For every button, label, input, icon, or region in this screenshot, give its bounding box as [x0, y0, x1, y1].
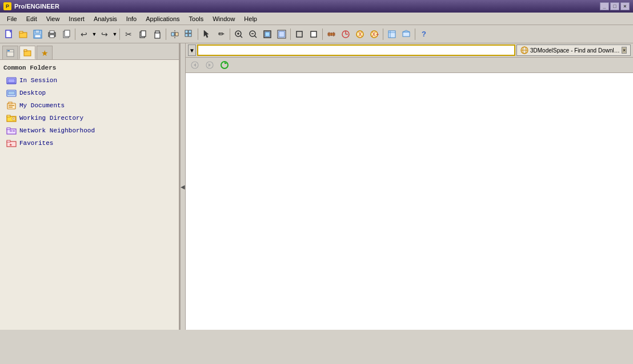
separator-5: [230, 29, 230, 40]
browser-tab-3dmodelspace[interactable]: 3DModelSpace - Find and Download CAD Mod…: [516, 45, 631, 56]
svg-marker-84: [209, 63, 211, 67]
refresh-button[interactable]: [218, 59, 231, 71]
url-dropdown[interactable]: ▼: [188, 45, 196, 56]
svg-rect-18: [185, 30, 188, 33]
back-button[interactable]: [188, 59, 202, 71]
analysis-btn1[interactable]: [324, 27, 338, 41]
redo-dropdown[interactable]: ▼: [112, 27, 118, 41]
sketch-button[interactable]: ✏: [214, 27, 228, 41]
separator-2: [119, 29, 120, 40]
left-panel: ★ Common Folders In Session Desktop: [0, 43, 180, 330]
menu-insert[interactable]: Insert: [64, 14, 89, 23]
separator-3: [166, 29, 166, 40]
redo-button[interactable]: ↪: [98, 27, 111, 41]
in-session-item[interactable]: In Session: [3, 75, 175, 86]
menu-window[interactable]: Window: [208, 14, 239, 23]
working-directory-icon: [6, 114, 17, 123]
maximize-button[interactable]: □: [610, 2, 619, 10]
desktop-item[interactable]: Desktop: [3, 87, 175, 99]
folder-tab[interactable]: [19, 46, 35, 59]
close-button[interactable]: ×: [620, 2, 630, 10]
menu-info[interactable]: Info: [122, 14, 141, 23]
svg-rect-74: [13, 130, 15, 132]
svg-marker-22: [204, 30, 209, 38]
svg-rect-63: [9, 102, 12, 104]
panel-collapse-handle[interactable]: ◀: [180, 43, 186, 330]
svg-rect-67: [7, 115, 10, 117]
svg-rect-14: [155, 31, 159, 33]
menu-applications[interactable]: Applications: [141, 14, 184, 23]
svg-rect-54: [7, 50, 10, 51]
menu-file[interactable]: File: [2, 14, 22, 23]
browser-nav: [186, 58, 633, 73]
paste-button[interactable]: [150, 27, 164, 41]
hidden-line-button[interactable]: [307, 27, 320, 41]
menu-edit[interactable]: Edit: [22, 14, 42, 23]
forward-button[interactable]: [203, 59, 217, 71]
analysis-btn4[interactable]: X+: [367, 27, 381, 41]
copy-button[interactable]: [136, 27, 150, 41]
network-neighborhood-icon: [6, 126, 17, 135]
undo-button[interactable]: ↩: [77, 27, 91, 41]
svg-rect-19: [189, 30, 191, 33]
favorites-tab[interactable]: ★: [37, 46, 53, 59]
favorites-item[interactable]: ★ Favorites: [3, 137, 175, 149]
minimize-button[interactable]: _: [600, 2, 609, 10]
analysis-btn2[interactable]: [339, 27, 352, 41]
svg-rect-47: [388, 31, 395, 38]
nav-tab[interactable]: [2, 46, 18, 59]
panel-content: Common Folders In Session Desktop My Doc…: [0, 60, 179, 330]
copy-display-button[interactable]: [59, 27, 73, 41]
new-button[interactable]: [2, 27, 16, 41]
my-documents-icon: [6, 101, 17, 110]
svg-marker-51: [403, 30, 410, 32]
analysis-btn3[interactable]: X: [353, 27, 367, 41]
zoom-out-button[interactable]: [246, 27, 260, 41]
zoom-in-button[interactable]: [232, 27, 246, 41]
window-controls[interactable]: _ □ ×: [600, 2, 630, 10]
working-directory-item[interactable]: Working Directory: [3, 112, 175, 124]
browser-panel: ▼ 3DModelSpace - Find and Download CAD M…: [186, 43, 633, 330]
zoom-fit-button[interactable]: [261, 27, 274, 41]
svg-rect-5: [35, 35, 41, 38]
url-input[interactable]: [197, 45, 515, 56]
menu-tools[interactable]: Tools: [185, 14, 209, 23]
svg-marker-17: [175, 33, 178, 36]
menu-view[interactable]: View: [42, 14, 65, 23]
svg-rect-61: [8, 91, 15, 95]
save-button[interactable]: [31, 27, 45, 41]
feature-btn1[interactable]: [385, 27, 399, 41]
main-layout: ★ Common Folders In Session Desktop: [0, 43, 633, 330]
in-session-icon: [6, 76, 17, 85]
svg-rect-7: [50, 31, 54, 33]
cut-button[interactable]: ✂: [122, 27, 135, 41]
tab-close-button[interactable]: ×: [622, 47, 627, 54]
select-button[interactable]: [200, 27, 214, 41]
svg-line-28: [255, 35, 257, 38]
help-btn[interactable]: ?: [417, 27, 431, 41]
open-button[interactable]: [17, 27, 30, 41]
svg-rect-64: [9, 105, 14, 106]
svg-rect-33: [279, 31, 285, 37]
svg-rect-21: [189, 34, 191, 37]
svg-rect-72: [7, 128, 10, 130]
repaint-button[interactable]: [275, 27, 289, 41]
tab-label: 3DModelSpace - Find and Download CAD Mod…: [530, 47, 620, 54]
menu-analysis[interactable]: Analysis: [89, 14, 122, 23]
my-documents-label: My Documents: [19, 102, 65, 109]
desktop-icon: [6, 88, 17, 98]
mirror-button[interactable]: [168, 27, 182, 41]
network-neighborhood-item[interactable]: Network Neighborhood: [3, 125, 175, 136]
in-session-label: In Session: [19, 77, 57, 84]
separator-6: [290, 29, 291, 40]
wireframe-button[interactable]: [293, 27, 306, 41]
my-documents-item[interactable]: My Documents: [3, 100, 175, 111]
main-toolbar: ↩ ▼ ↪ ▼ ✂ ✏: [0, 25, 633, 43]
network-neighborhood-label: Network Neighborhood: [19, 127, 95, 134]
menu-help[interactable]: Help: [239, 14, 262, 23]
feature-btn2[interactable]: [399, 27, 413, 41]
svg-rect-35: [311, 31, 316, 37]
undo-dropdown[interactable]: ▼: [91, 27, 97, 41]
pattern-button[interactable]: [182, 27, 196, 41]
print-button[interactable]: [45, 27, 59, 41]
